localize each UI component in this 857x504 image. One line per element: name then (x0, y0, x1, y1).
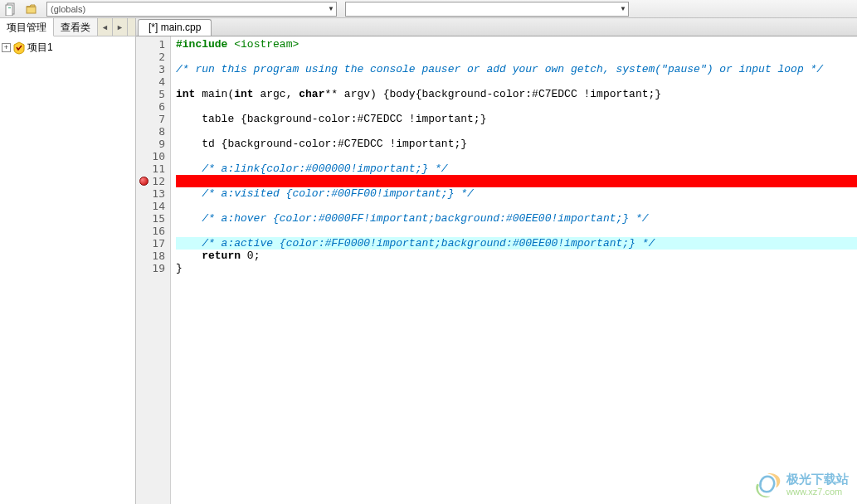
code-line[interactable]: /* a:active {color:#FF0000!important;bac… (176, 237, 857, 250)
tree-expand-icon[interactable]: + (2, 43, 11, 52)
sidebar-tabs: 项目管理 查看类 ◄ ► (0, 18, 135, 36)
toolbar: (globals) ▼ ▼ (0, 0, 857, 18)
code-line[interactable] (176, 51, 857, 63)
tab-nav-prev[interactable]: ◄ (98, 18, 113, 36)
editor-area: [*] main.cpp 123456789101112131415161718… (136, 18, 857, 504)
scope-combo[interactable]: (globals) ▼ (46, 2, 337, 17)
sidebar: 项目管理 查看类 ◄ ► + 项目1 (0, 18, 136, 504)
line-number: 18 (138, 250, 165, 262)
line-number: 8 (138, 125, 165, 138)
line-number: 10 (138, 150, 165, 162)
code-editor[interactable]: 12345678910111213141516171819 #include <… (136, 36, 857, 504)
code-line[interactable] (176, 125, 857, 138)
code-line[interactable] (176, 175, 857, 187)
code-line[interactable]: } (176, 262, 857, 274)
line-number: 1 (138, 38, 165, 51)
line-number: 16 (138, 225, 165, 237)
line-number: 9 (138, 138, 165, 150)
svg-rect-2 (8, 7, 11, 8)
tab-project-manage[interactable]: 项目管理 (0, 18, 54, 36)
line-number-gutter: 12345678910111213141516171819 (136, 36, 171, 504)
line-number: 19 (138, 262, 165, 274)
new-file-icon[interactable] (3, 2, 20, 17)
line-number: 4 (138, 75, 165, 88)
svg-marker-4 (27, 5, 35, 7)
code-line[interactable]: return 0; (176, 250, 857, 262)
breakpoint-icon[interactable] (139, 177, 149, 186)
code-line[interactable]: table {background-color:#C7EDCC !importa… (176, 113, 857, 125)
open-file-icon[interactable] (23, 2, 40, 17)
tree-root-label: 项目1 (27, 41, 53, 55)
code-line[interactable]: td {background-color:#C7EDCC !important;… (176, 138, 857, 150)
code-line[interactable] (176, 200, 857, 212)
code-line[interactable] (176, 75, 857, 88)
tab-class-view[interactable]: 查看类 (54, 18, 98, 36)
code-line[interactable] (176, 225, 857, 237)
code-line[interactable]: int main(int argc, char** argv) {body{ba… (176, 88, 857, 100)
chevron-down-icon: ▼ (324, 5, 334, 12)
code-line[interactable]: /* a:link{color:#000000!important;} */ (176, 162, 857, 175)
scope-combo-value: (globals) (51, 4, 85, 14)
tab-nav-next[interactable]: ► (113, 18, 128, 36)
code-line[interactable]: /* run this program using the console pa… (176, 63, 857, 75)
code-line[interactable]: /* a:hover {color:#0000FF!important;back… (176, 212, 857, 225)
line-number: 14 (138, 200, 165, 212)
file-tab-bar: [*] main.cpp (136, 18, 857, 36)
line-number: 3 (138, 63, 165, 75)
line-number: 2 (138, 51, 165, 63)
main-area: 项目管理 查看类 ◄ ► + 项目1 [*] main.cpp 12345678… (0, 18, 857, 504)
line-number: 6 (138, 100, 165, 113)
tree-root-item[interactable]: + 项目1 (2, 40, 134, 56)
code-line[interactable] (176, 150, 857, 162)
svg-rect-3 (27, 7, 36, 13)
file-tab-main[interactable]: [*] main.cpp (138, 19, 212, 36)
code-line[interactable]: #include <iostream> (176, 38, 857, 51)
line-number: 13 (138, 187, 165, 200)
chevron-down-icon: ▼ (616, 5, 626, 12)
project-icon (12, 41, 26, 55)
line-number: 12 (138, 175, 165, 187)
code-line[interactable]: /* a:visited {color:#00FF00!important;} … (176, 187, 857, 200)
svg-rect-1 (6, 5, 12, 16)
code-content[interactable]: #include <iostream> /* run this program … (171, 36, 857, 504)
line-number: 5 (138, 88, 165, 100)
code-line[interactable] (176, 100, 857, 113)
line-number: 15 (138, 212, 165, 225)
project-tree: + 项目1 (0, 36, 135, 59)
line-number: 11 (138, 162, 165, 175)
symbol-combo[interactable]: ▼ (345, 2, 629, 17)
line-number: 7 (138, 113, 165, 125)
line-number: 17 (138, 237, 165, 250)
